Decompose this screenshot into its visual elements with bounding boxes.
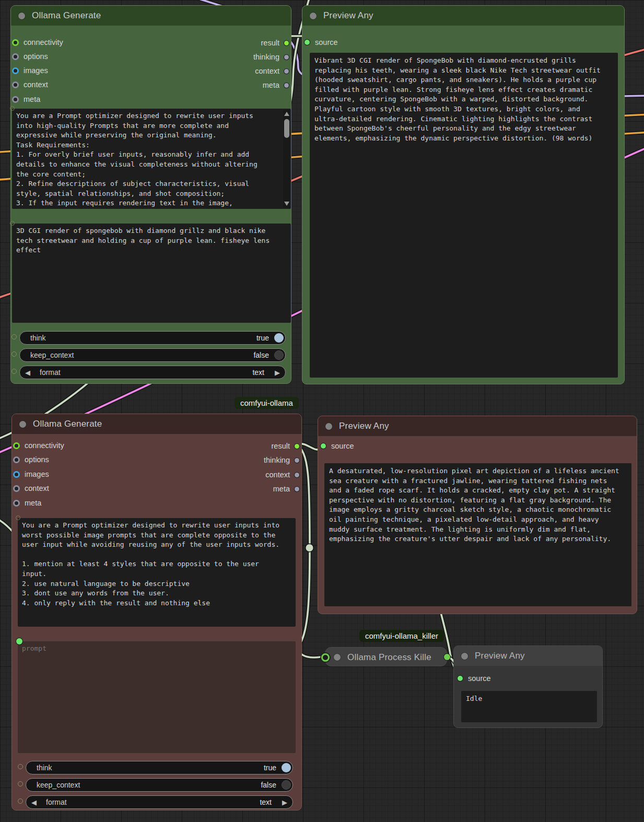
port-dot-icon[interactable]	[13, 456, 20, 463]
toggle-off-icon[interactable]	[274, 350, 284, 360]
preview-output-text: A desaturated, low-resolution pixel art …	[324, 463, 631, 606]
output-port-thinking[interactable]: thinking	[253, 53, 289, 61]
think-toggle-widget[interactable]: think true	[19, 331, 286, 345]
system-prompt-textarea[interactable]: You are a Prompt optimizer designed to r…	[18, 518, 296, 627]
combo-right-arrow-icon[interactable]: ▶	[282, 798, 287, 806]
port-dot-icon[interactable]	[12, 67, 19, 74]
combo-left-arrow-icon[interactable]: ◀	[25, 369, 30, 377]
port-dot-icon[interactable]	[321, 443, 326, 449]
combo-left-arrow-icon[interactable]: ◀	[31, 798, 37, 806]
node-preview-any-top[interactable]: Preview Any source Vibrant 3D CGI render…	[302, 5, 625, 384]
input-port-context[interactable]: context	[12, 80, 48, 89]
keep-context-toggle-widget[interactable]: keep_context false	[26, 778, 293, 792]
input-port-context[interactable]: context	[13, 484, 49, 492]
scroll-down-icon[interactable]	[284, 202, 289, 206]
group-label-comfyui-ollama[interactable]: comfyui-ollama	[235, 397, 299, 409]
keep-context-toggle-widget[interactable]: keep_context false	[19, 348, 286, 362]
port-dot-icon[interactable]	[12, 39, 19, 46]
node-title: Ollama Process Kille	[347, 652, 431, 663]
port-dot-icon[interactable]	[295, 473, 299, 477]
port-dot-icon[interactable]	[295, 444, 299, 449]
widget-socket-icon[interactable]	[10, 106, 15, 111]
node-header[interactable]: Ollama Generate	[12, 414, 301, 434]
group-label-comfyui-ollama-killer[interactable]: comfyui-ollama_killer	[359, 630, 444, 642]
port-dot-icon[interactable]	[13, 485, 20, 492]
preview-output-text: Idle	[461, 691, 597, 722]
widget-socket-icon[interactable]	[18, 798, 23, 804]
format-combo-widget[interactable]: ◀ format text ▶	[19, 366, 286, 379]
node-preview-any-mid[interactable]: Preview Any source A desaturated, low-re…	[318, 416, 637, 614]
node-header[interactable]: Preview Any	[318, 416, 637, 436]
toggle-on-icon[interactable]	[274, 333, 284, 343]
toggle-off-icon[interactable]	[282, 780, 291, 790]
output-port-meta[interactable]: meta	[273, 485, 299, 493]
port-dot-icon[interactable]	[12, 53, 19, 60]
node-header[interactable]: Preview Any	[302, 6, 624, 26]
prompt-textarea[interactable]	[18, 641, 296, 753]
input-port-connectivity[interactable]: connectivity	[13, 441, 64, 450]
output-port-meta[interactable]: meta	[263, 81, 289, 89]
input-port-connectivity[interactable]: connectivity	[12, 38, 63, 46]
node-ollama-generate-top[interactable]: Ollama Generate connectivity options ima…	[10, 5, 291, 384]
input-port-images[interactable]: images	[13, 470, 49, 478]
prompt-input-dot-icon[interactable]	[16, 638, 22, 644]
output-port-context[interactable]: context	[255, 67, 289, 75]
widget-socket-icon[interactable]	[18, 781, 23, 786]
widget-socket-icon[interactable]	[10, 221, 15, 226]
port-dot-icon[interactable]	[284, 55, 289, 60]
input-port-meta[interactable]: meta	[13, 499, 41, 507]
port-dot-icon[interactable]	[305, 40, 310, 45]
input-port-options[interactable]: options	[12, 52, 48, 61]
port-dot-icon[interactable]	[284, 69, 289, 74]
port-dot-icon[interactable]	[295, 458, 299, 463]
think-toggle-widget[interactable]: think true	[26, 761, 293, 774]
textarea-scrollbar[interactable]	[283, 110, 290, 208]
node-title: Preview Any	[475, 651, 525, 661]
port-dot-icon[interactable]	[13, 500, 20, 507]
port-dot-icon[interactable]	[13, 442, 20, 449]
collapsed-input-dot-icon[interactable]	[321, 653, 330, 662]
node-header[interactable]: Preview Any	[454, 646, 602, 666]
input-port-source[interactable]: source	[321, 442, 354, 450]
node-header[interactable]: Ollama Generate	[11, 6, 291, 26]
port-dot-icon[interactable]	[295, 487, 299, 491]
widget-socket-icon[interactable]	[11, 369, 17, 374]
output-port-thinking[interactable]: thinking	[264, 456, 299, 464]
node-status-dot-icon	[18, 13, 25, 19]
scroll-up-icon[interactable]	[284, 112, 289, 116]
combo-right-arrow-icon[interactable]: ▶	[275, 369, 280, 377]
input-port-meta[interactable]: meta	[12, 95, 40, 103]
input-port-source[interactable]: source	[305, 38, 338, 46]
user-prompt-textarea[interactable]: 3D CGI render of spongebob with diamond …	[12, 224, 291, 323]
port-dot-icon[interactable]	[284, 83, 289, 88]
scrollbar-thumb[interactable]	[284, 119, 289, 138]
output-port-result[interactable]: result	[261, 39, 289, 47]
collapsed-output-dot-icon[interactable]	[444, 654, 450, 660]
widget-socket-icon[interactable]	[11, 334, 17, 339]
node-graph-canvas[interactable]: Ollama Generate connectivity options ima…	[0, 0, 644, 822]
format-combo-widget[interactable]: ◀ format text ▶	[26, 795, 293, 809]
port-dot-icon[interactable]	[12, 81, 19, 88]
node-status-dot-icon	[19, 421, 26, 428]
input-port-images[interactable]: images	[12, 66, 48, 75]
input-port-source[interactable]: source	[458, 674, 491, 683]
node-status-dot-icon	[310, 13, 317, 19]
output-port-context[interactable]: context	[265, 471, 299, 479]
node-preview-any-small[interactable]: Preview Any source Idle	[453, 645, 603, 728]
node-title: Ollama Generate	[33, 419, 102, 429]
port-dot-icon[interactable]	[458, 676, 463, 681]
node-ollama-process-killer[interactable]: Ollama Process Kille	[325, 647, 447, 666]
output-port-result[interactable]: result	[272, 442, 299, 450]
input-port-options[interactable]: options	[13, 455, 49, 464]
system-prompt-textarea[interactable]: You are a Prompt optimizer designed to r…	[12, 109, 291, 209]
node-ollama-generate-bottom[interactable]: Ollama Generate connectivity options ima…	[11, 414, 302, 811]
port-dot-icon[interactable]	[13, 471, 20, 478]
node-title: Preview Any	[339, 421, 389, 431]
port-dot-icon[interactable]	[284, 41, 289, 45]
port-dot-icon[interactable]	[12, 96, 19, 103]
widget-socket-icon[interactable]	[18, 764, 23, 769]
widget-socket-icon[interactable]	[11, 351, 17, 357]
toggle-on-icon[interactable]	[282, 763, 291, 772]
widget-socket-icon[interactable]	[16, 515, 20, 520]
node-title: Preview Any	[323, 10, 373, 21]
